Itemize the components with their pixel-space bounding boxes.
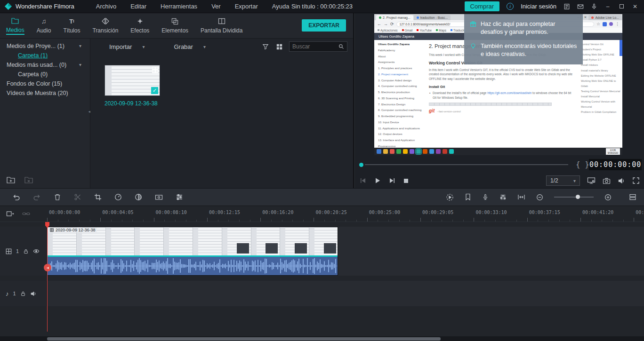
menu-ver[interactable]: Ver [211,3,221,10]
filmstrip-frame [193,227,222,255]
timeline-zoom-slider[interactable] [554,197,594,198]
mute-speaker-icon[interactable] [30,291,37,297]
tab-transicion[interactable]: Transición [86,13,124,38]
tree-item-sample-videos[interactable]: Vídeos de Muestra (20) [0,88,90,98]
close-button[interactable]: ✕ [632,3,638,10]
taskbar-app-icon [396,149,401,154]
delete-icon[interactable] [54,193,61,201]
playhead-line[interactable] [47,222,48,332]
timeline-clip[interactable]: 2020-09-09 12-36-38 ◂ [47,227,338,276]
volume-icon[interactable] [618,177,625,184]
snapshot-camera-icon[interactable] [603,177,611,184]
seek-handle[interactable] [359,163,363,167]
media-item-name: 2020-09-09 12-36-38 [105,100,353,107]
track-layout-icon[interactable] [629,193,636,201]
timeline-ruler[interactable]: 00:00:00:0000:00:04:0500:00:08:1000:00:1… [47,206,644,222]
in-out-range-icon[interactable] [517,194,525,200]
menu-exportar[interactable]: Exportar [235,3,258,10]
tab-medios[interactable]: Medios [0,13,31,38]
link-clips-icon[interactable] [22,211,30,217]
taskbar-app-icon [416,149,421,154]
seek-bar[interactable] [365,164,568,165]
crop-icon[interactable] [94,193,102,201]
search-box[interactable] [289,41,347,52]
menu-editar[interactable]: Editar [130,3,146,10]
login-button[interactable]: Iniciar sesión [521,3,556,10]
new-folder-icon[interactable] [7,176,15,183]
next-frame-icon[interactable] [388,177,396,184]
ruler-label: 00:00:25:00 [369,210,400,215]
preview-quality-select[interactable]: 1/2▾ [546,175,580,186]
previous-frame-icon[interactable] [359,177,367,184]
tab-titulos[interactable]: TI Títulos [57,13,86,38]
ruler-label: 00:00:33:10 [475,210,507,215]
tree-item-project-media[interactable]: Medios de Proye... (1)▾ [0,41,90,51]
minimize-button[interactable]: – [604,3,611,10]
speed-icon[interactable] [114,193,122,201]
tab-efectos[interactable]: Efectos [124,13,155,38]
fullscreen-icon[interactable] [632,177,640,184]
voice-icon[interactable] [591,3,597,10]
maximize-button[interactable] [618,3,625,10]
tree-item-most-used[interactable]: Medios más usad... (0)▾ [0,60,90,70]
ruler-label: 00:00:16:20 [262,210,293,215]
delete-folder-icon[interactable] [24,176,33,183]
stop-icon[interactable] [403,178,409,184]
sidebar-nav-item: 10. Input Device [378,119,424,126]
search-input[interactable] [292,43,338,50]
undo-icon[interactable] [12,193,20,201]
toc-item: Working Web Site ONLINE to Gitlab [581,79,620,89]
chevron-down-icon: ▾ [203,44,206,49]
zoom-slider-knob[interactable] [576,195,580,199]
voiceover-mic-icon[interactable] [482,193,489,201]
add-to-timeline-icon[interactable] [6,210,14,217]
tab-audio[interactable]: ♫ Audio [31,13,57,38]
audio-fade-handle[interactable]: ◂ [44,264,51,271]
timeline-scrollbar-thumb[interactable] [47,337,441,341]
sidebar-nav-item: 3. Computer Aided design [378,78,424,84]
tree-item-most-used-folder[interactable]: Carpeta (0) [0,70,90,79]
buy-button[interactable]: Comprar [465,1,500,11]
motion-track-icon[interactable] [155,194,163,201]
tips-popup[interactable]: Haz clic aquí para completar desafíos y … [464,14,583,64]
mark-in-icon[interactable]: { [576,160,580,169]
audio-mixer-icon[interactable] [499,193,507,201]
zoom-in-icon[interactable] [604,194,612,201]
audio-track-lane[interactable]: ♪ 1 [0,281,644,306]
toc-item: Install mkdocs [581,63,620,68]
export-button[interactable]: EXPORTAR [302,19,346,32]
split-scissors-icon[interactable] [74,193,81,201]
tree-item-color-backgrounds[interactable]: Fondos de Color (15) [0,79,90,88]
render-preview-icon[interactable] [446,193,454,201]
lock-icon[interactable] [20,291,26,297]
media-item-thumbnail[interactable]: ✓ [105,65,160,96]
import-dropdown[interactable]: Importar▾ [109,43,145,50]
menu-archivo[interactable]: Archivo [96,3,116,10]
tree-item-project-folder[interactable]: Carpeta (1) [0,51,90,60]
color-correction-icon[interactable] [135,193,142,201]
record-dropdown[interactable]: Grabar▾ [174,43,206,50]
updates-icon[interactable] [564,3,570,10]
redo-icon[interactable] [33,193,41,201]
menu-herramientas[interactable]: Herramientas [161,3,197,10]
display-settings-icon[interactable] [587,177,596,184]
toc-item: Install material's library [581,68,620,73]
mark-out-icon[interactable]: } [585,160,589,169]
chevron-down-icon: ▾ [79,60,81,70]
tab-elementos[interactable]: Elementos [155,13,194,38]
taskbar-clock: 13:369/09/2020 [606,148,620,155]
marker-icon[interactable] [465,193,471,201]
menu-ayuda[interactable]: Ayuda [272,3,290,10]
grid-view-icon[interactable] [276,44,282,50]
messages-icon[interactable] [577,3,584,10]
tab-pantalla-dividida[interactable]: Pantalla Dividida [194,13,249,38]
lock-icon[interactable] [23,248,29,254]
play-icon[interactable] [374,177,381,184]
eye-icon[interactable] [33,248,40,254]
adjust-sliders-icon[interactable] [176,193,183,201]
zoom-out-icon[interactable] [536,194,543,201]
taskbar-app-icon [410,149,414,154]
info-icon[interactable]: i [507,3,514,10]
filter-icon[interactable] [262,43,269,50]
filmstrip-frame [106,227,135,255]
